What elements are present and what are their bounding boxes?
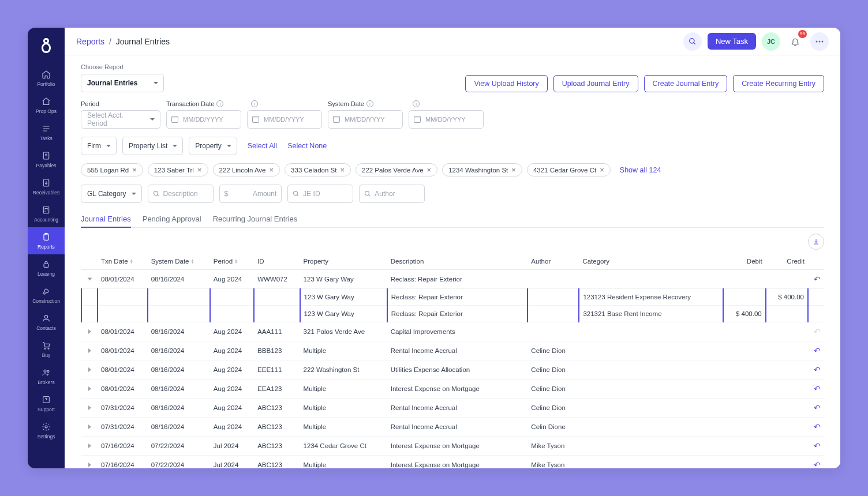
close-icon[interactable]: × xyxy=(197,166,202,174)
help-icon xyxy=(41,394,51,405)
sidebar-item-contacts[interactable]: Contacts xyxy=(28,309,65,336)
sidebar-item-tasks[interactable]: Tasks xyxy=(28,119,65,146)
sidebar-item-receivables[interactable]: Receivables xyxy=(28,173,65,200)
col-header[interactable]: ID xyxy=(254,253,300,270)
undo-icon[interactable]: ↶ xyxy=(814,384,821,393)
undo-icon[interactable]: ↶ xyxy=(814,403,821,412)
chevron-right-icon[interactable] xyxy=(88,348,91,353)
sidebar-item-reports[interactable]: Reports xyxy=(28,227,65,254)
journal-entries-table: Txn DateSystem DatePeriodIDPropertyDescr… xyxy=(81,253,824,468)
choose-report-select[interactable]: Journal Entries xyxy=(81,74,164,92)
create-recurring-entry-button[interactable]: Create Recurring Entry xyxy=(733,75,824,92)
sidebar-item-settings[interactable]: Settings xyxy=(28,417,65,444)
table-row[interactable]: 07/16/202407/22/2024Jul 2024ABC123Multip… xyxy=(81,456,824,469)
table-row[interactable]: 08/01/202408/16/2024Aug 2024WWW072123 W … xyxy=(81,270,824,289)
chevron-right-icon[interactable] xyxy=(88,463,91,467)
sidebar-item-construction[interactable]: Construction xyxy=(28,281,65,309)
sidebar-item-buy[interactable]: Buy xyxy=(28,336,65,363)
description-search[interactable] xyxy=(148,185,214,203)
download-button[interactable] xyxy=(808,234,824,250)
chevron-right-icon[interactable] xyxy=(88,405,91,410)
svg-point-16 xyxy=(819,40,821,42)
col-header[interactable]: Debit xyxy=(723,253,765,270)
notifications-button[interactable]: 99 xyxy=(786,32,805,51)
je-id-search[interactable] xyxy=(287,185,353,203)
more-menu-button[interactable] xyxy=(810,32,829,51)
firm-select[interactable]: Firm xyxy=(81,137,117,155)
table-row[interactable]: 07/16/202407/22/2024Jul 2024ABC1231234 C… xyxy=(81,437,824,456)
tab-journal-entries[interactable]: Journal Entries xyxy=(81,211,131,228)
tab-pending-approval[interactable]: Pending Approval xyxy=(143,211,201,228)
select-none-link[interactable]: Select None xyxy=(287,142,327,150)
table-row[interactable]: 08/01/202408/16/2024Aug 2024EEA123Multip… xyxy=(81,379,824,399)
tab-recurring-journal-entries[interactable]: Recurring Journal Entries xyxy=(213,211,298,228)
col-header[interactable]: Txn Date xyxy=(98,253,148,270)
sidebar-item-support[interactable]: Support xyxy=(28,390,65,417)
close-icon[interactable]: × xyxy=(600,166,604,174)
undo-icon[interactable]: ↶ xyxy=(814,365,821,374)
col-header[interactable]: System Date xyxy=(148,253,210,270)
col-header[interactable]: Credit xyxy=(766,253,808,270)
property-list-select[interactable]: Property List xyxy=(122,137,183,155)
chevron-right-icon[interactable] xyxy=(88,367,91,372)
new-task-button[interactable]: New Task xyxy=(708,33,756,50)
sidebar-item-leasing[interactable]: Leasing xyxy=(28,254,65,281)
txn-date-from[interactable]: MM/DD/YYYY xyxy=(166,110,241,129)
sys-date-to[interactable]: MM/DD/YYYY xyxy=(409,110,484,129)
undo-icon[interactable]: ↶ xyxy=(814,422,821,431)
col-header[interactable]: Category xyxy=(579,253,723,270)
gl-category-select[interactable]: GL Category xyxy=(81,185,142,203)
table-row[interactable]: 08/01/202408/16/2024Aug 2024EEE111222 Wa… xyxy=(81,360,824,379)
col-header[interactable]: Period xyxy=(210,253,254,270)
amount-search[interactable]: $ xyxy=(219,185,282,203)
table-row[interactable]: 07/31/202408/16/2024Aug 2024ABC123Multip… xyxy=(81,418,824,437)
table-row[interactable]: 08/01/202408/16/2024Aug 2024AAA111321 Pa… xyxy=(81,322,824,341)
view-upload-history-button[interactable]: View Upload History xyxy=(465,75,547,92)
info-icon: i xyxy=(251,100,258,107)
select-all-link[interactable]: Select All xyxy=(248,142,277,150)
chevron-right-icon[interactable] xyxy=(88,386,91,391)
create-journal-entry-button[interactable]: Create Journal Entry xyxy=(644,75,728,92)
table-row[interactable]: 123 W Gary WayReclass: Repair Exterior32… xyxy=(81,306,824,322)
chevron-right-icon[interactable] xyxy=(88,329,91,334)
breadcrumb-root[interactable]: Reports xyxy=(76,37,104,46)
search-icon xyxy=(293,190,300,197)
property-select[interactable]: Property xyxy=(189,137,237,155)
sidebar-item-payables[interactable]: Payables xyxy=(28,146,65,173)
chevron-right-icon[interactable] xyxy=(88,424,91,429)
sys-date-from[interactable]: MM/DD/YYYY xyxy=(328,110,403,129)
sidebar: PortfolioProp OpsTasksPayablesReceivable… xyxy=(28,28,65,468)
search-icon-button[interactable] xyxy=(683,32,702,51)
sidebar-item-prop-ops[interactable]: Prop Ops xyxy=(28,92,65,119)
undo-icon[interactable]: ↶ xyxy=(814,441,821,450)
close-icon[interactable]: × xyxy=(340,166,345,174)
col-header[interactable]: Author xyxy=(527,253,579,270)
table-row[interactable]: 08/01/202408/16/2024Aug 2024BBB123Multip… xyxy=(81,341,824,360)
table-row[interactable]: 123 W Gary WayReclass: Repair Exterior12… xyxy=(81,289,824,306)
close-icon[interactable]: × xyxy=(427,166,432,174)
undo-icon[interactable]: ↶ xyxy=(814,460,821,468)
sidebar-item-portfolio[interactable]: Portfolio xyxy=(28,65,65,92)
author-search[interactable] xyxy=(359,185,425,203)
search-icon xyxy=(153,190,160,197)
chevron-right-icon[interactable] xyxy=(88,444,91,448)
svg-point-7 xyxy=(44,348,46,349)
upload-journal-entry-button[interactable]: Upload Journal Entry xyxy=(553,75,638,92)
close-icon[interactable]: × xyxy=(511,166,516,174)
close-icon[interactable]: × xyxy=(132,166,137,174)
sidebar-items: PortfolioProp OpsTasksPayablesReceivable… xyxy=(28,65,65,444)
col-header[interactable]: Description xyxy=(387,253,528,270)
close-icon[interactable]: × xyxy=(270,166,274,174)
txn-date-to[interactable]: MM/DD/YYYY xyxy=(247,110,322,129)
sidebar-item-brokers[interactable]: Brokers xyxy=(28,363,65,390)
chevron-down-icon[interactable] xyxy=(87,278,92,281)
undo-icon[interactable]: ↶ xyxy=(814,275,821,284)
period-select[interactable]: Select Acct. Period xyxy=(81,110,160,129)
filter-chip: 222 Palos Verde Ave× xyxy=(356,163,437,176)
sidebar-item-accounting[interactable]: Accounting xyxy=(28,200,65,227)
col-header[interactable]: Property xyxy=(300,253,387,270)
table-row[interactable]: 07/31/202408/16/2024Aug 2024ABC123Multip… xyxy=(81,399,824,418)
avatar[interactable]: JC xyxy=(762,32,780,51)
show-all-link[interactable]: Show all 124 xyxy=(620,166,661,174)
undo-icon[interactable]: ↶ xyxy=(814,346,821,355)
